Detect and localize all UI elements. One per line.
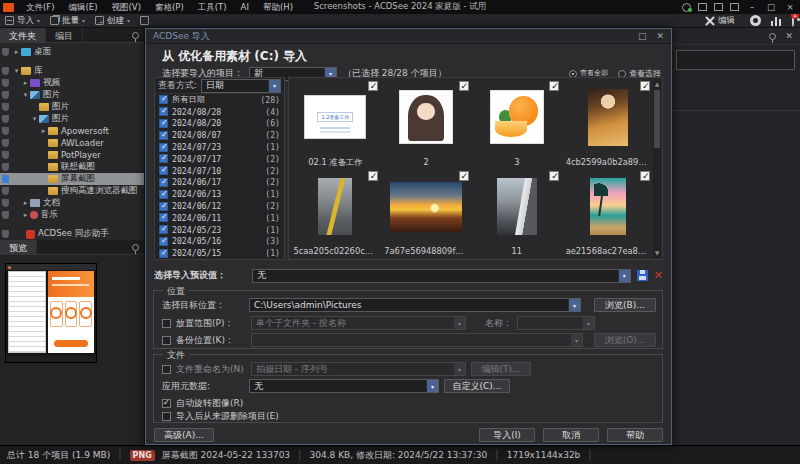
placement-dropdown[interactable]: 单个子文件夹 - 按名称 <box>251 316 466 330</box>
date-row[interactable]: 所有日期(28) <box>155 94 284 106</box>
dropdown-arrow-icon[interactable] <box>568 299 580 311</box>
preview-image[interactable] <box>5 263 97 363</box>
checkbox-checked-icon[interactable] <box>159 178 168 187</box>
metadata-dropdown[interactable]: 无 <box>249 379 439 393</box>
tree-item-sogou-shots[interactable]: 搜狗高速浏览器截图 <box>0 185 144 197</box>
checkbox-checked-icon[interactable] <box>159 213 168 222</box>
checkbox-checked-icon[interactable] <box>368 171 378 181</box>
grid-scrollbar[interactable]: ▲ ▼ <box>653 79 661 258</box>
pin-icon[interactable] <box>132 244 139 251</box>
browse-backup-button[interactable]: 浏览(O)... <box>594 333 656 347</box>
pane-search-input[interactable] <box>676 50 795 70</box>
menu-help[interactable]: 帮助(H) <box>256 0 300 14</box>
date-row[interactable]: 2024/08/20(6) <box>155 118 284 130</box>
advanced-button[interactable]: 高级(A)... <box>154 428 214 442</box>
date-row[interactable]: 2024/06/17(2) <box>155 177 284 189</box>
menu-file[interactable]: 文件(F) <box>19 0 62 14</box>
date-row[interactable]: 2024/08/07(2) <box>155 129 284 141</box>
tree-item-music[interactable]: 音乐 <box>0 209 144 221</box>
dialog-maximize-button[interactable]: □ <box>638 31 647 41</box>
dialog-titlebar[interactable]: ACDSee 导入 □ ✕ <box>146 29 671 44</box>
tab-catalog[interactable]: 编目 <box>46 28 83 42</box>
notifications-button[interactable]: 1 <box>792 16 794 26</box>
thumbnail-item[interactable]: 3 <box>472 79 563 169</box>
menu-pane[interactable]: 窗格(P) <box>148 0 191 14</box>
tree-item-desktop[interactable]: 桌面 <box>0 46 144 58</box>
slideshow-button[interactable] <box>135 14 154 27</box>
thumbnail-item[interactable]: 11 <box>472 169 563 259</box>
tree-item-pictures-sub[interactable]: 图片 <box>0 101 144 113</box>
checkbox-checked-icon[interactable] <box>159 225 168 234</box>
pin-icon[interactable] <box>769 33 776 40</box>
tree-item-library[interactable]: 库 <box>0 65 144 77</box>
checkbox-unchecked-icon[interactable] <box>162 412 171 421</box>
dropdown-arrow-icon[interactable] <box>268 80 280 92</box>
menu-view[interactable]: 视图(V) <box>105 0 148 14</box>
expand-icon[interactable] <box>39 127 48 135</box>
tree-item-awloader[interactable]: AWLoader <box>0 137 144 149</box>
edit-rename-button[interactable]: 编辑(T)... <box>471 362 531 376</box>
menu-ai[interactable]: AI <box>234 0 256 14</box>
edit-mode-button[interactable]: 编辑 <box>700 15 740 27</box>
maximize-button[interactable] <box>765 0 777 14</box>
dropdown-arrow-icon[interactable] <box>618 270 630 282</box>
checkbox-checked-icon[interactable] <box>640 81 650 91</box>
expand-icon[interactable] <box>21 211 30 219</box>
name-dropdown[interactable] <box>517 316 595 330</box>
delete-preset-icon[interactable]: ✕ <box>654 270 663 281</box>
browse-target-button[interactable]: 浏览(B)... <box>594 298 656 312</box>
checkbox-checked-icon[interactable] <box>368 81 378 91</box>
checkbox-checked-icon[interactable] <box>640 171 650 181</box>
checkbox-unchecked-icon[interactable] <box>162 319 171 328</box>
expand-icon[interactable] <box>21 199 30 207</box>
tree-item-pictures[interactable]: 图片 <box>0 89 144 101</box>
expand-icon[interactable] <box>21 79 30 87</box>
thumbnail-item[interactable]: ae21568ac27ea8ea1e... <box>562 169 653 259</box>
checkbox-unchecked-icon[interactable] <box>162 336 171 345</box>
checkbox-unchecked-icon[interactable] <box>162 365 171 374</box>
thumbnail-item[interactable]: 4cb2599a0b2a89e823... <box>562 79 653 169</box>
checkbox-checked-icon[interactable] <box>159 95 168 104</box>
tree-item-pictures-sub2[interactable]: 图片 <box>0 113 144 125</box>
date-row[interactable]: 2024/05/15(1) <box>155 247 284 259</box>
scrollbar-thumb[interactable] <box>654 90 660 148</box>
checkbox-checked-icon[interactable] <box>159 143 168 152</box>
tab-preview[interactable]: 预览 <box>0 240 37 254</box>
tree-item-potplayer[interactable]: PotPlayer <box>0 149 144 161</box>
dashboard-icon[interactable] <box>771 16 782 26</box>
date-row[interactable]: 2024/05/23(1) <box>155 224 284 236</box>
batch-button[interactable]: 批量 ▾ <box>45 14 90 27</box>
menu-tools[interactable]: 工具(T) <box>191 0 234 14</box>
rename-dropdown[interactable]: 拍摄日期 - 序列号 <box>251 362 466 376</box>
tree-item-videos[interactable]: 视频 <box>0 77 144 89</box>
date-row[interactable]: 2024/06/12(2) <box>155 200 284 212</box>
menu-edit[interactable]: 编辑(E) <box>62 0 105 14</box>
close-pane-icon[interactable]: ✕ <box>785 31 793 41</box>
tree-item-screenshots-selected[interactable]: 屏幕截图 <box>0 173 144 185</box>
cancel-dialog-button[interactable]: 取消 <box>543 428 599 442</box>
date-row[interactable]: 2024/07/23(1) <box>155 141 284 153</box>
tree-item-documents[interactable]: 文档 <box>0 197 144 209</box>
custom-metadata-button[interactable]: 自定义(C)... <box>444 379 510 393</box>
save-preset-icon[interactable] <box>637 270 648 281</box>
checkbox-checked-icon[interactable] <box>159 249 168 258</box>
preset-dropdown[interactable]: 无 <box>252 269 631 283</box>
date-row[interactable]: 2024/05/16(3) <box>155 236 284 248</box>
tab-folders[interactable]: 文件夹 <box>0 28 46 42</box>
checkbox-checked-icon[interactable] <box>459 171 469 181</box>
pin-icon[interactable] <box>132 32 139 39</box>
date-row[interactable]: 2024/06/13(1) <box>155 188 284 200</box>
tree-item-sync-assistant[interactable]: ACDSee 同步助手 <box>0 228 144 240</box>
import-button[interactable]: 导入 ▾ <box>0 14 45 27</box>
date-row[interactable]: 2024/07/17(2) <box>155 153 284 165</box>
checkbox-checked-icon[interactable] <box>159 190 168 199</box>
tree-item-apowersoft[interactable]: Apowersoft <box>0 125 144 137</box>
close-button[interactable] <box>784 0 796 14</box>
checkbox-checked-icon[interactable] <box>159 107 168 116</box>
checkbox-checked-icon[interactable] <box>549 81 559 91</box>
dialog-close-button[interactable]: ✕ <box>656 31 664 41</box>
date-row[interactable]: 2024/06/11(1) <box>155 212 284 224</box>
help-button[interactable]: 帮助 <box>607 428 663 442</box>
checkbox-checked-icon[interactable] <box>159 166 168 175</box>
checkbox-checked-icon[interactable] <box>159 131 168 140</box>
